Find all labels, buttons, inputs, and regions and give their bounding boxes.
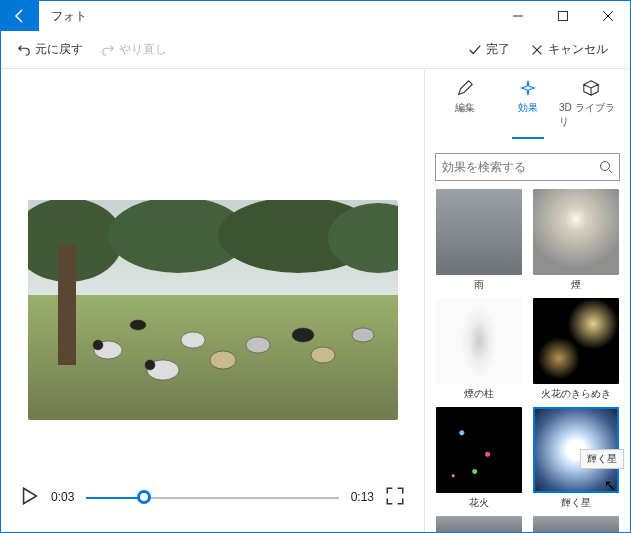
svg-point-14 xyxy=(246,337,270,353)
svg-point-12 xyxy=(181,332,205,348)
search-input[interactable] xyxy=(442,160,599,174)
play-icon xyxy=(21,487,39,505)
svg-rect-0 xyxy=(558,12,567,21)
tab-edit[interactable]: 編集 xyxy=(433,79,496,137)
video-frame-illustration xyxy=(28,200,398,420)
effect-sparks-thumb xyxy=(533,298,619,384)
back-button[interactable] xyxy=(1,1,39,31)
side-panel: 編集 効果 3D ライブラリ xyxy=(424,69,630,532)
tab-effects[interactable]: 効果 xyxy=(496,79,559,137)
minimize-icon xyxy=(513,11,523,21)
search-icon xyxy=(599,160,613,174)
titlebar: フォト xyxy=(1,1,630,31)
cube-icon xyxy=(582,79,600,97)
fullscreen-button[interactable] xyxy=(386,487,404,508)
maximize-icon xyxy=(558,11,568,21)
tab-underline xyxy=(512,137,544,139)
svg-point-11 xyxy=(145,360,155,370)
svg-point-18 xyxy=(130,320,146,330)
effect-fireworks-thumb xyxy=(436,407,522,493)
effect-rain-label: 雨 xyxy=(474,278,484,292)
effect-smoke-thumb xyxy=(533,189,619,275)
svg-rect-4 xyxy=(58,245,76,365)
effect-fireworks-label: 花火 xyxy=(469,496,489,510)
current-time: 0:03 xyxy=(51,490,74,504)
redo-label: やり直し xyxy=(119,41,167,58)
panel-tabs: 編集 効果 3D ライブラリ xyxy=(425,69,630,137)
app-window: フォト 元に戻す やり直し 完了 キャンセル xyxy=(0,0,631,533)
tab-effects-label: 効果 xyxy=(518,101,538,115)
effect-fireworks[interactable]: 花火 xyxy=(435,407,524,510)
svg-point-16 xyxy=(311,347,335,363)
total-time: 0:13 xyxy=(351,490,374,504)
window-controls xyxy=(495,1,630,31)
body: 0:03 0:13 編集 xyxy=(1,69,630,532)
effect-shining-star[interactable]: 輝く星 xyxy=(532,407,621,510)
effect-rain-thumb xyxy=(436,189,522,275)
cancel-label: キャンセル xyxy=(548,41,608,58)
undo-icon xyxy=(17,43,31,57)
close-button[interactable] xyxy=(585,1,630,31)
video-preview[interactable] xyxy=(28,200,398,420)
svg-point-15 xyxy=(292,328,314,342)
tab-library[interactable]: 3D ライブラリ xyxy=(559,79,622,137)
close-icon xyxy=(603,11,613,21)
effect-rain[interactable]: 雨 xyxy=(435,189,524,292)
effect-more-2[interactable] xyxy=(532,516,621,532)
done-label: 完了 xyxy=(486,41,510,58)
sparkle-icon xyxy=(519,79,537,97)
effect-smoke[interactable]: 煙 xyxy=(532,189,621,292)
effect-sparks-label: 火花のきらめき xyxy=(541,387,611,401)
undo-button[interactable]: 元に戻す xyxy=(11,37,89,62)
minimize-button[interactable] xyxy=(495,1,540,31)
pencil-icon xyxy=(456,79,474,97)
search-box[interactable] xyxy=(435,153,620,181)
effect-more-thumb xyxy=(533,516,619,532)
effect-sparks[interactable]: 火花のきらめき xyxy=(532,298,621,401)
maximize-button[interactable] xyxy=(540,1,585,31)
redo-icon xyxy=(101,43,115,57)
tab-edit-label: 編集 xyxy=(455,101,475,115)
effect-more-1[interactable] xyxy=(435,516,524,532)
svg-point-9 xyxy=(93,340,103,350)
tab-library-label: 3D ライブラリ xyxy=(559,101,622,129)
toolbar: 元に戻す やり直し 完了 キャンセル xyxy=(1,31,630,69)
seek-slider[interactable] xyxy=(86,487,338,507)
effects-list[interactable]: 雨 煙 煙の柱 火花のきらめき xyxy=(425,189,630,532)
cancel-button[interactable]: キャンセル xyxy=(524,37,614,62)
svg-point-17 xyxy=(352,328,374,342)
check-icon xyxy=(468,43,482,57)
effect-more-thumb xyxy=(436,516,522,532)
video-wrap xyxy=(9,69,416,472)
svg-point-13 xyxy=(210,351,236,369)
preview-area: 0:03 0:13 xyxy=(1,69,424,532)
effect-smoke-pillar[interactable]: 煙の柱 xyxy=(435,298,524,401)
effect-smoke-pillar-thumb xyxy=(436,298,522,384)
effect-smoke-pillar-label: 煙の柱 xyxy=(464,387,494,401)
svg-point-19 xyxy=(601,162,610,171)
undo-label: 元に戻す xyxy=(35,41,83,58)
redo-button[interactable]: やり直し xyxy=(95,37,173,62)
effect-shining-star-thumb xyxy=(533,407,619,493)
effect-smoke-label: 煙 xyxy=(571,278,581,292)
player-controls: 0:03 0:13 xyxy=(9,472,416,532)
app-title: フォト xyxy=(51,8,495,25)
play-button[interactable] xyxy=(21,487,39,508)
x-icon xyxy=(530,43,544,57)
fullscreen-icon xyxy=(386,487,404,505)
arrow-left-icon xyxy=(12,8,28,24)
effect-shining-star-label: 輝く星 xyxy=(561,496,591,510)
done-button[interactable]: 完了 xyxy=(462,37,516,62)
